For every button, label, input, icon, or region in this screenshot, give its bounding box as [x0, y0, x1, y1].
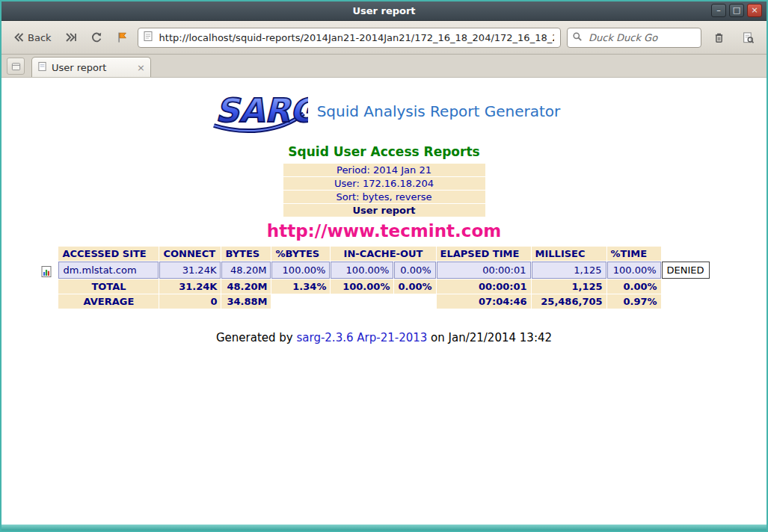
minimize-button[interactable]: –: [711, 4, 726, 17]
total-bytes-pct: 1.34%: [271, 279, 330, 294]
window-outline-icon: [10, 61, 22, 72]
report-info-table: Period: 2014 Jan 21 User: 172.16.18.204 …: [283, 163, 486, 217]
tab-close-icon[interactable]: ×: [137, 63, 145, 72]
info-row-user: User: 172.16.18.204: [283, 177, 485, 190]
search-input[interactable]: [587, 31, 696, 44]
footer-prefix: Generated by: [216, 331, 297, 344]
bookmark-flag-icon: [116, 31, 128, 43]
forward-button[interactable]: [61, 28, 81, 46]
tecmint-watermark: http://www.tecmint.com: [1, 221, 767, 241]
cell-time-pct: 100.00%: [607, 262, 661, 279]
window-bottom-border: [1, 525, 767, 531]
user-report-table: ACCESSED SITE CONNECT BYTES %BYTES IN-CA…: [58, 246, 710, 309]
back-button[interactable]: Back: [8, 28, 55, 46]
report-table-wrap: ACCESSED SITE CONNECT BYTES %BYTES IN-CA…: [58, 246, 710, 309]
tab-list-button[interactable]: [7, 58, 25, 75]
col-in-cache-out: IN-CACHE-OUT: [331, 247, 435, 261]
total-connect: 31.24K: [159, 279, 221, 294]
cell-connect: 31.24K: [159, 262, 221, 279]
col-time-pct: %TIME: [607, 247, 661, 261]
col-accessed-site: ACCESSED SITE: [58, 247, 159, 261]
inspect-page-button[interactable]: [737, 27, 760, 49]
graph-icon[interactable]: [40, 265, 52, 281]
total-millisec: 1,125: [532, 279, 606, 294]
tab-bar: User report ×: [1, 55, 767, 78]
cell-out-cache: 0.00%: [394, 262, 435, 279]
generator-title: Squid Analysis Report Generator: [317, 102, 561, 120]
average-bytes: 34.88M: [221, 294, 271, 309]
col-elapsed-time: ELAPSED TIME: [437, 247, 531, 261]
url-bar[interactable]: [138, 28, 561, 48]
total-out-cache: 0.00%: [394, 279, 435, 294]
report-footer: Generated by sarg-2.3.6 Arp-21-2013 on J…: [1, 331, 767, 344]
refresh-icon: [90, 31, 102, 43]
tab-label: User report: [52, 62, 106, 73]
status-badge: DENIED: [662, 262, 710, 279]
table-header-row: ACCESSED SITE CONNECT BYTES %BYTES IN-CA…: [58, 247, 709, 261]
total-bytes: 48.20M: [221, 279, 271, 294]
cell-millisec: 1,125: [532, 262, 606, 279]
trash-button[interactable]: [707, 27, 731, 49]
col-millisec: MILLISEC: [532, 247, 606, 261]
total-elapsed: 00:00:01: [437, 279, 531, 294]
table-row-site: dm.mlstat.com 31.24K 48.20M 100.00% 100.…: [58, 262, 709, 279]
search-bar[interactable]: [567, 28, 701, 48]
info-row-sort: Sort: bytes, reverse: [283, 191, 485, 203]
cell-bytes-pct: 100.00%: [271, 262, 330, 279]
skip-forward-icon: [65, 31, 77, 43]
document-magnifier-icon: [742, 31, 755, 44]
info-row-report-name: User report: [283, 204, 485, 217]
cell-bytes: 48.20M: [221, 262, 271, 279]
tab-favicon: [37, 61, 47, 74]
sarg-logo: SARG: [208, 87, 308, 135]
titlebar[interactable]: User report – □ ×: [1, 1, 767, 21]
total-row: TOTAL 31.24K 48.20M 1.34% 100.00% 0.00% …: [58, 279, 709, 294]
total-in-cache: 100.00%: [331, 279, 393, 294]
window-controls: – □ ×: [711, 4, 762, 17]
cell-elapsed: 00:00:01: [437, 262, 531, 279]
sarg-version-link[interactable]: sarg-2.3.6 Arp-21-2013: [296, 331, 427, 344]
average-millisec: 25,486,705: [532, 294, 606, 309]
average-label: AVERAGE: [58, 294, 159, 309]
col-bytes: BYTES: [221, 247, 271, 261]
maximize-button[interactable]: □: [729, 4, 744, 17]
col-status-spacer: [662, 247, 710, 261]
browser-window: User report – □ × Back: [0, 0, 768, 532]
tab-user-report[interactable]: User report ×: [31, 57, 151, 77]
url-input[interactable]: [158, 31, 556, 44]
sarg-header: SARG Squid Analysis Report Generator: [1, 87, 767, 135]
col-bytes-pct: %BYTES: [271, 247, 330, 261]
back-icon: [12, 31, 24, 43]
info-row-period: Period: 2014 Jan 21: [283, 164, 485, 176]
average-elapsed: 07:04:46: [437, 294, 531, 309]
search-engine-icon: [572, 31, 583, 45]
sarg-logo-text: SARG: [215, 91, 308, 129]
report-page-title: Squid User Access Reports: [1, 144, 767, 159]
total-label: TOTAL: [58, 279, 159, 294]
page-icon: [143, 31, 153, 45]
total-time-pct: 0.00%: [607, 279, 661, 294]
site-link[interactable]: dm.mlstat.com: [58, 262, 159, 279]
browser-toolbar: Back: [1, 21, 767, 55]
back-label: Back: [28, 32, 52, 43]
refresh-button[interactable]: [87, 28, 106, 46]
page-content: SARG Squid Analysis Report Generator Squ…: [1, 78, 767, 525]
trash-icon: [713, 31, 725, 44]
average-connect: 0: [159, 294, 221, 309]
average-row: AVERAGE 0 34.88M 07:04:46 25,486,705 0.9…: [58, 294, 709, 309]
cell-in-cache: 100.00%: [331, 262, 393, 279]
bookmark-button[interactable]: [112, 28, 132, 46]
average-time-pct: 0.97%: [607, 294, 661, 309]
footer-suffix: on Jan/21/2014 13:42: [427, 331, 552, 344]
close-button[interactable]: ×: [747, 4, 762, 17]
col-connect: CONNECT: [159, 247, 221, 261]
window-title: User report: [352, 5, 415, 16]
